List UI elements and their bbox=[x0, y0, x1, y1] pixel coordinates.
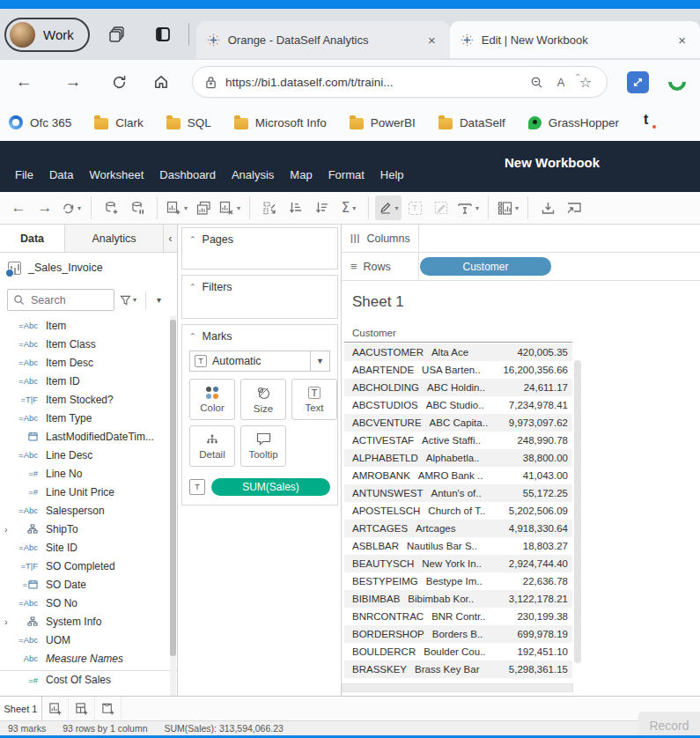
new-story-icon[interactable] bbox=[95, 697, 122, 720]
collapse-caret-icon[interactable]: ⌃ bbox=[189, 235, 196, 244]
filter-funnel-icon[interactable]: ▾ bbox=[118, 293, 138, 307]
menu-item[interactable]: Format bbox=[321, 164, 372, 186]
field-item[interactable]: › =T|F SO Completed bbox=[0, 557, 177, 575]
show-mark-labels-icon[interactable]: T bbox=[402, 196, 428, 220]
menu-item[interactable]: Help bbox=[372, 164, 412, 186]
collapse-caret-icon[interactable]: ⌃ bbox=[189, 332, 196, 341]
table-row[interactable]: ABCVENTURE ABC Capita.. 9,973,097.62 bbox=[344, 414, 572, 432]
field-item[interactable]: › =Abc Item ID bbox=[0, 372, 177, 390]
table-row[interactable]: ABCSTUDIOS ABC Studio.. 7,234,978.41 bbox=[344, 396, 572, 414]
sheet-tab[interactable]: Sheet 1 bbox=[0, 697, 42, 720]
field-item[interactable]: › System Info bbox=[0, 612, 177, 631]
new-dashboard-icon[interactable] bbox=[69, 697, 95, 720]
browser-tab-orange-dataself[interactable]: Orange - DataSelf Analytics × bbox=[196, 21, 450, 58]
table-vertical-scrollbar[interactable] bbox=[574, 360, 581, 663]
menu-item[interactable]: Map bbox=[282, 164, 320, 186]
table-row[interactable]: APOSTELSCH Church of T.. 5,202,506.09 bbox=[344, 502, 572, 520]
expander-icon[interactable]: › bbox=[4, 616, 14, 627]
pause-auto-updates-icon[interactable] bbox=[124, 196, 151, 220]
filters-card[interactable]: ⌃ Filters bbox=[181, 275, 338, 319]
field-item[interactable]: › LastModifiedDateTim... bbox=[0, 427, 177, 446]
mark-type-dropdown[interactable]: T Automatic ▼ bbox=[189, 351, 330, 372]
field-item[interactable]: › ShipTo bbox=[0, 520, 177, 538]
close-icon[interactable]: × bbox=[423, 31, 441, 49]
clear-sheet-icon[interactable]: ▾ bbox=[217, 196, 243, 220]
menu-item[interactable]: Data bbox=[41, 164, 81, 186]
bookmark-item[interactable]: DataSelf bbox=[438, 116, 505, 129]
table-row[interactable]: BNRCONTRAC BNR Contr.. 230,199.38 bbox=[344, 608, 572, 625]
field-item[interactable]: › =T|F Item Stocked? bbox=[0, 390, 177, 409]
table-row[interactable]: ASBLBAR Nautilus Bar S.. 18,803.27 bbox=[344, 537, 572, 555]
workspaces-icon[interactable] bbox=[102, 19, 132, 49]
redo-icon[interactable]: → bbox=[32, 196, 58, 220]
field-item[interactable]: › =Abc Item Type bbox=[0, 409, 177, 427]
fit-icon[interactable]: ▾ bbox=[454, 196, 482, 220]
table-row[interactable]: BEAUTYSCH New York In.. 2,924,744.40 bbox=[344, 555, 572, 572]
sum-sales-pill[interactable]: SUM(Sales) bbox=[211, 478, 330, 496]
field-item[interactable]: › =Abc Site ID bbox=[0, 538, 177, 557]
field-item[interactable]: › =# Cost Of Sales bbox=[0, 670, 177, 689]
table-row[interactable]: BESTYPEIMG Bestype Im.. 22,636.78 bbox=[344, 572, 572, 590]
field-item[interactable]: › =# Line No bbox=[0, 464, 177, 483]
field-item[interactable]: › =Abc UOM bbox=[0, 631, 177, 649]
forward-icon[interactable]: → bbox=[58, 67, 88, 97]
table-row[interactable]: ACTIVESTAF Active Staffi.. 248,990.78 bbox=[344, 432, 572, 449]
collapse-pane-icon[interactable]: ‹ bbox=[163, 225, 177, 252]
menu-item[interactable]: Analysis bbox=[224, 164, 282, 186]
table-row[interactable]: BOULDERCR Boulder Cou.. 192,451.10 bbox=[344, 643, 572, 661]
home-icon[interactable] bbox=[146, 67, 176, 97]
table-row[interactable]: ABARTENDE USA Barten.. 16,200,356.66 bbox=[344, 361, 572, 379]
bookmark-item[interactable]: GrassHopper bbox=[528, 116, 619, 129]
columns-shelf-area[interactable] bbox=[419, 225, 700, 252]
chevron-down-icon[interactable]: ▼ bbox=[310, 351, 329, 371]
size-button[interactable]: Size bbox=[240, 379, 286, 420]
back-icon[interactable]: ← bbox=[9, 67, 39, 97]
field-item[interactable]: › =Abc Salesperson bbox=[0, 501, 177, 520]
browser-profile-button[interactable]: Work bbox=[4, 18, 90, 52]
menu-item[interactable]: File bbox=[7, 164, 41, 186]
bookmark-item[interactable]: Microsoft Info bbox=[234, 116, 327, 129]
tab-analytics[interactable]: Analytics bbox=[64, 225, 163, 252]
customer-pill[interactable]: Customer bbox=[420, 257, 551, 276]
table-row[interactable]: AACUSTOMER Alta Ace 420,005.35 bbox=[344, 343, 572, 361]
address-bar[interactable]: https://bi1.dataself.com/t/traini... A ☆ bbox=[192, 66, 608, 98]
detail-button[interactable]: Detail bbox=[189, 425, 235, 467]
color-button[interactable]: Color bbox=[189, 379, 235, 420]
record-button[interactable]: Record bbox=[638, 712, 700, 735]
table-horizontal-scrollbar[interactable] bbox=[342, 683, 573, 692]
annotate-icon[interactable] bbox=[428, 196, 454, 220]
field-item[interactable]: › =Abc Item bbox=[0, 316, 177, 335]
extension-icon[interactable] bbox=[627, 71, 649, 93]
columns-shelf[interactable]: ||| Columns bbox=[342, 225, 700, 253]
text-button[interactable]: T Text bbox=[291, 379, 337, 420]
replay-icon[interactable]: ▾ bbox=[58, 196, 85, 220]
close-icon[interactable]: × bbox=[673, 31, 691, 49]
expander-icon[interactable]: › bbox=[4, 524, 14, 535]
field-item[interactable]: › =Abc SO No bbox=[0, 594, 177, 612]
field-item[interactable]: › =Abc Item Class bbox=[0, 335, 177, 353]
sort-descending-icon[interactable] bbox=[309, 196, 335, 220]
table-row[interactable]: BIBIMBAB Bibimbab Kor.. 3,122,178.21 bbox=[344, 590, 572, 608]
read-aloud-icon[interactable]: A bbox=[549, 76, 573, 89]
new-data-source-icon[interactable] bbox=[98, 196, 124, 220]
menu-item[interactable]: Dashboard bbox=[151, 164, 224, 186]
field-item[interactable]: › = SO Date bbox=[0, 575, 177, 594]
refresh-icon[interactable] bbox=[104, 67, 134, 97]
browser-tab-edit-new-workbook[interactable]: Edit | New Workbook × bbox=[450, 21, 700, 58]
field-item[interactable]: › =# Line Unit Price bbox=[0, 483, 177, 501]
swap-axes-icon[interactable] bbox=[256, 196, 283, 220]
zoom-out-icon[interactable] bbox=[524, 76, 549, 89]
show-me-icon[interactable]: ▾ bbox=[495, 196, 521, 220]
vertical-tabs-icon[interactable] bbox=[148, 19, 178, 49]
table-row[interactable]: ABCHOLDING ABC Holdin.. 24,611.17 bbox=[344, 379, 572, 396]
tooltip-button[interactable]: Tooltip bbox=[240, 425, 286, 467]
field-item[interactable]: › =Abc Item Desc bbox=[0, 353, 177, 372]
table-row[interactable]: BORDERSHOP Borders B.. 699,978.19 bbox=[344, 625, 572, 643]
rows-shelf[interactable]: ≡ Rows Customer bbox=[342, 253, 700, 281]
table-row[interactable]: ALPHABETLD Alphabetla.. 38,800.00 bbox=[344, 449, 572, 467]
undo-icon[interactable]: ← bbox=[5, 196, 32, 220]
menu-item[interactable]: Worksheet bbox=[81, 164, 151, 186]
bookmark-item[interactable]: PowerBI bbox=[350, 116, 416, 129]
rows-shelf-area[interactable]: Customer bbox=[419, 253, 700, 280]
table-row[interactable]: AMROBANK AMRO Bank .. 41,043.00 bbox=[344, 467, 572, 484]
